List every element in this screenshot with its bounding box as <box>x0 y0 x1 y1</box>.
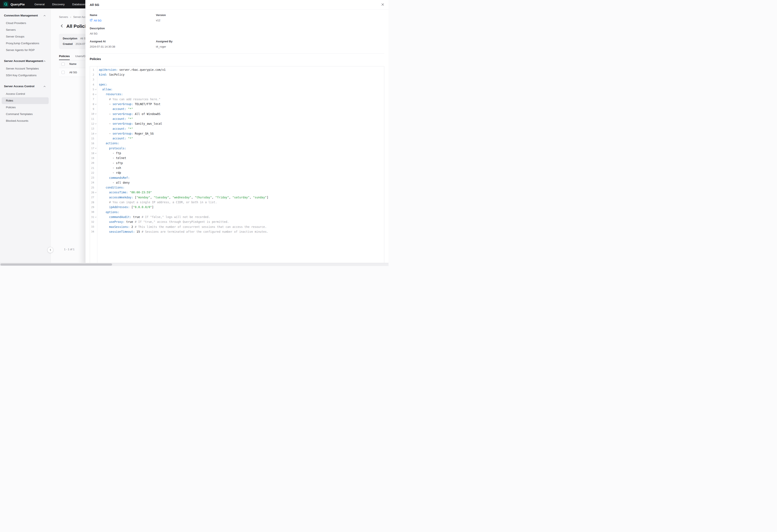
line-number: 26 <box>90 191 94 194</box>
external-link-icon <box>90 19 93 22</box>
line-number: 16 <box>90 142 94 145</box>
sidebar-item-server-account-templates[interactable]: Server Account Templates <box>2 65 49 72</box>
chevron-left-icon <box>61 24 63 28</box>
fold-chevron-icon[interactable] <box>94 104 97 105</box>
field-assigned-by: Assigned By t4_roger <box>156 40 384 48</box>
code-line: - serverGroup: Sanity_aws_local <box>99 121 268 126</box>
description-value: All SG <box>90 32 156 35</box>
sidebar-section-header-server-access-control[interactable]: Server Access Control <box>0 83 50 89</box>
line-number: 5 <box>90 88 94 91</box>
sidebar-item-blocked-accounts[interactable]: Blocked Accounts <box>2 118 49 124</box>
gutter-row: 24 <box>90 180 97 185</box>
line-number: 29 <box>90 206 94 209</box>
line-number: 11 <box>90 118 94 121</box>
assigned-by-label: Assigned By <box>156 40 384 43</box>
gutter-row: 18 <box>90 151 97 156</box>
gutter-row: 14 <box>90 131 97 136</box>
sidebar-section-header-server-account-management[interactable]: Server Account Management <box>0 58 50 64</box>
sidebar-item-proxyjump-configurations[interactable]: ProxyJump Configurations <box>2 40 49 47</box>
gutter-row: 34 <box>90 229 97 234</box>
fold-chevron-icon[interactable] <box>94 123 97 124</box>
line-number: 14 <box>90 132 94 135</box>
fold-chevron-icon[interactable] <box>94 94 97 95</box>
fold-chevron-icon[interactable] <box>94 192 97 193</box>
fold-chevron-icon[interactable] <box>94 89 97 90</box>
select-all-checkbox[interactable] <box>62 62 65 66</box>
code-line: - serverGroup: Roger_QA_SG <box>99 131 268 136</box>
code-line: # You can add resources here." <box>99 97 268 102</box>
field-row-description: Description All SG <box>90 27 384 35</box>
sidebar-item-policies[interactable]: Policies <box>2 104 49 111</box>
field-row-name-version: Name All SG Version <box>90 13 384 22</box>
sidebar-section-title: Server Access Control <box>4 85 34 88</box>
line-number: 20 <box>90 161 94 164</box>
name-label: Name <box>90 13 156 17</box>
drawer-body: Name All SG Version <box>86 10 388 61</box>
field-row-assigned: Assigned At 2024-07-31 14:30:38 Assigned… <box>90 40 384 48</box>
field-assigned-at: Assigned At 2024-07-31 14:30:38 <box>90 40 156 48</box>
brand-title: QueryPie <box>11 3 25 6</box>
code-line: protocols: <box>99 146 268 151</box>
code-line: resources: <box>99 92 268 97</box>
editor-gutter: 1234567891011121314151617181920212223242… <box>90 66 97 263</box>
line-number: 34 <box>90 230 94 233</box>
sidebar-section-title: Server Account Management <box>4 59 43 62</box>
querypie-logo[interactable] <box>3 1 8 7</box>
sidebar-collapse-button[interactable] <box>47 247 53 253</box>
fold-chevron-icon[interactable] <box>94 153 97 154</box>
gutter-row: 20 <box>90 161 97 165</box>
version-label: Version <box>156 13 384 17</box>
drawer-close-button[interactable] <box>380 2 385 8</box>
line-number: 4 <box>90 83 94 86</box>
sidebar-item-ssh-key-configurations[interactable]: SSH Key Configurations <box>2 72 49 79</box>
fold-chevron-icon[interactable] <box>94 133 97 134</box>
menu-item-general[interactable]: General <box>34 3 44 6</box>
line-number: 33 <box>90 225 94 228</box>
sidebar-item-access-control[interactable]: Access Control <box>2 91 49 97</box>
code-line: account: "*" <box>99 136 268 141</box>
sidebar-item-servers[interactable]: Servers <box>2 26 49 33</box>
sidebar-item-server-groups[interactable]: Server Groups <box>2 33 49 40</box>
line-number: 7 <box>90 98 94 101</box>
sidebar-section-header-connection-management[interactable]: Connection Management <box>0 12 50 18</box>
sidebar-section-connection-management: Connection ManagementCloud ProvidersServ… <box>0 12 50 53</box>
line-number: 30 <box>90 211 94 214</box>
line-number: 22 <box>90 171 94 174</box>
menu-item-databases[interactable]: Databases <box>72 3 86 6</box>
back-button[interactable] <box>61 24 63 28</box>
sidebar-item-server-agents-for-rdp[interactable]: Server Agents for RDP <box>2 47 49 53</box>
sidebar-item-roles[interactable]: Roles <box>2 97 49 104</box>
horizontal-scrollbar[interactable] <box>0 263 388 266</box>
field-name: Name All SG <box>90 13 156 22</box>
menu-item-discovery[interactable]: Discovery <box>52 3 65 6</box>
breadcrumb-item-servers[interactable]: Servers <box>59 16 68 18</box>
code-line: - telnet <box>99 156 268 160</box>
line-number: 10 <box>90 113 94 115</box>
fold-chevron-icon[interactable] <box>94 113 97 115</box>
fold-chevron-icon[interactable] <box>94 217 97 218</box>
pagination-label: 1 - 1 of 1 <box>64 248 74 251</box>
sidebar-section-server-access-control: Server Access ControlAccess ControlRoles… <box>0 83 50 124</box>
gutter-row: 22 <box>90 170 97 175</box>
gutter-row: 15 <box>90 136 97 141</box>
sidebar-item-cloud-providers[interactable]: Cloud Providers <box>2 20 49 26</box>
tab-policies[interactable]: Policies <box>59 54 70 60</box>
gutter-row: 25 <box>90 185 97 190</box>
divider <box>90 53 384 53</box>
chevron-up-icon <box>43 84 46 88</box>
line-number: 15 <box>90 137 94 140</box>
yaml-editor[interactable]: 1234567891011121314151617181920212223242… <box>90 66 384 263</box>
line-number: 1 <box>90 69 94 72</box>
code-line: accessTime: "00:00-23:59" <box>99 190 268 195</box>
gutter-row: 30 <box>90 210 97 215</box>
close-icon <box>381 3 384 7</box>
code-line: - serverGroup: TELNET/FTP Test <box>99 102 268 107</box>
gutter-row: 26 <box>90 190 97 195</box>
scrollbar-thumb[interactable] <box>0 263 112 266</box>
name-link[interactable]: All SG <box>90 19 102 22</box>
fold-chevron-icon[interactable] <box>94 148 97 149</box>
sidebar-item-command-templates[interactable]: Command Templates <box>2 111 49 118</box>
gutter-row: 16 <box>90 141 97 146</box>
row-checkbox[interactable] <box>62 71 65 74</box>
gutter-row: 6 <box>90 92 97 97</box>
